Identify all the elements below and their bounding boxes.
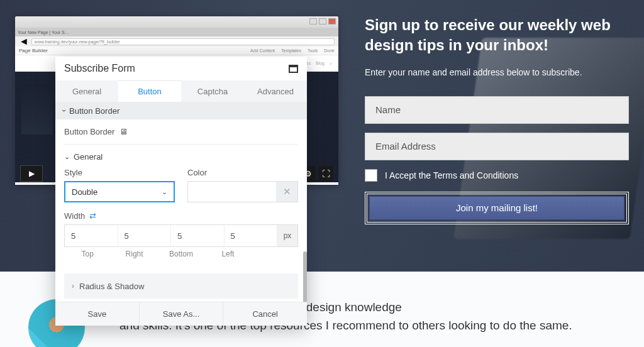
tab-advanced[interactable]: Advanced (244, 80, 307, 102)
search-icon[interactable]: ⌕ (330, 61, 332, 65)
browser-tab[interactable]: Your New Page | Your S… (15, 28, 338, 36)
panel-title: Subscribe Form (64, 63, 135, 74)
fullscreen-icon[interactable]: ⛶ (318, 166, 333, 181)
minimize-button[interactable] (309, 18, 317, 25)
close-button[interactable] (328, 18, 336, 25)
save-button[interactable]: Save (55, 302, 140, 326)
pb-add-content[interactable]: Add Content (250, 48, 275, 53)
edge-labels: Top Right Bottom Left (64, 250, 298, 258)
terms-row: I Accept the Terms and Conditions (365, 169, 629, 182)
responsive-icon[interactable]: 🖥 (119, 127, 128, 136)
terms-checkbox[interactable] (365, 169, 377, 182)
maximize-button[interactable] (319, 18, 326, 25)
chevron-right-icon: › (72, 282, 74, 290)
chevron-down-icon: ⌄ (64, 153, 70, 161)
tab-captcha[interactable]: Captcha (181, 80, 244, 102)
clear-color-button[interactable]: ✕ (276, 182, 297, 202)
url-field[interactable]: www.training.dev/your-new-page/?fl_build… (31, 38, 335, 45)
cancel-button[interactable]: Cancel (223, 302, 307, 326)
panel-scrollbar[interactable] (303, 251, 307, 302)
signup-heading: Sign up to receive our weekly web design… (365, 15, 629, 56)
play-button[interactable]: ▶ (20, 165, 43, 182)
pb-tools[interactable]: Tools (308, 48, 318, 53)
panel-footer: Save Save As... Cancel (55, 302, 307, 326)
general-subsection[interactable]: ⌄ General (64, 145, 298, 168)
panel-tabs: General Button Captcha Advanced (55, 80, 307, 102)
settings-panel: Subscribe Form General Button Captcha Ad… (55, 57, 307, 326)
width-label: Width (64, 211, 85, 221)
name-input[interactable]: Name (365, 96, 629, 124)
width-right-input[interactable]: 5 (118, 225, 172, 246)
link-values-icon[interactable]: ⇄ (89, 211, 96, 221)
width-bottom-input[interactable]: 5 (171, 225, 225, 246)
caret-down-icon: ⌄ (162, 188, 167, 196)
scrollbar-thumb[interactable] (303, 251, 307, 302)
signup-panel: Sign up to receive our weekly web design… (365, 15, 629, 224)
browser-titlebar (15, 16, 338, 28)
page-builder-label: Page Builder (19, 48, 48, 53)
panel-body: Button Border 🖥 ⌄ General Style Double ⌄… (55, 119, 307, 302)
email-input[interactable]: Email Address (365, 133, 629, 160)
width-left-input[interactable]: 5 (225, 225, 278, 246)
chevron-down-icon: › (60, 109, 69, 112)
window-icon[interactable] (289, 65, 298, 73)
browser-urlbar: ◄ www.training.dev/your-new-page/?fl_bui… (15, 36, 338, 47)
page-builder-toolbar: Page Builder Add Content Templates Tools… (15, 47, 338, 55)
section-button-border[interactable]: › Button Border (55, 102, 307, 119)
save-as-button[interactable]: Save As... (140, 302, 224, 326)
width-unit[interactable]: px (277, 225, 297, 246)
width-top-input[interactable]: 5 (65, 225, 118, 246)
tab-button[interactable]: Button (118, 80, 181, 102)
width-inputs: 5 5 5 5 px (64, 224, 298, 247)
terms-label: I Accept the Terms and Conditions (385, 170, 518, 180)
radius-shadow-section[interactable]: › Radius & Shadow (64, 273, 298, 299)
color-input[interactable]: ✕ (187, 181, 298, 202)
nav-blog[interactable]: Blog (316, 61, 325, 65)
button-border-label: Button Border (64, 127, 114, 136)
style-select[interactable]: Double ⌄ (64, 181, 175, 202)
pb-done[interactable]: Done (324, 48, 335, 53)
tab-general[interactable]: General (55, 80, 118, 102)
pb-templates[interactable]: Templates (281, 48, 301, 53)
signup-subheading: Enter your name and email address below … (365, 67, 629, 77)
signup-button[interactable]: Join my mailing list! (369, 196, 625, 220)
panel-titlebar: Subscribe Form (55, 57, 307, 80)
color-label: Color (187, 168, 298, 177)
window-buttons (309, 18, 336, 25)
signup-button-border: Join my mailing list! (365, 192, 629, 224)
nav-back-icon[interactable]: ◄ (19, 36, 29, 47)
style-label: Style (64, 168, 175, 177)
